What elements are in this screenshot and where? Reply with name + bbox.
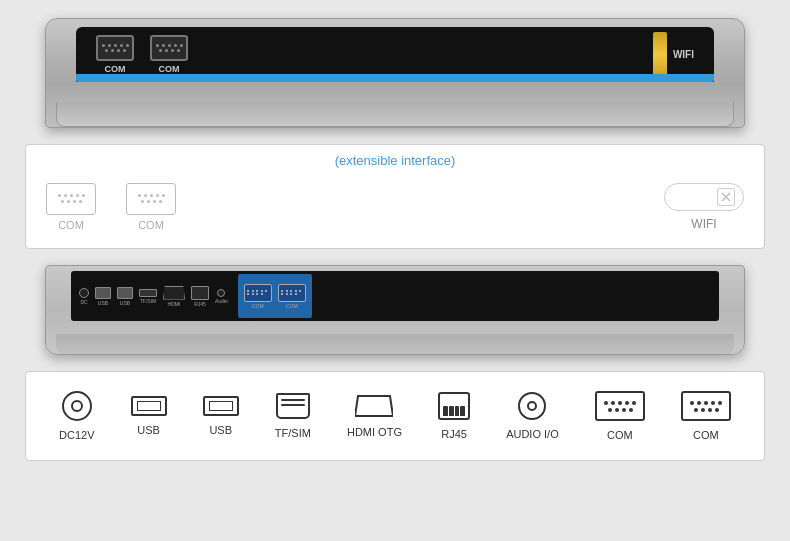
legend-usb1: USB (131, 396, 167, 436)
com1-bottom-group: COM (244, 284, 272, 309)
com-ports-area: COM (96, 35, 188, 74)
usb1-port-group: USB (95, 287, 111, 306)
legend-dc12v: DC12V (59, 391, 94, 441)
diagram-com1-label: COM (58, 219, 84, 231)
usb1-legend-icon (131, 396, 167, 416)
usb2-legend-label: USB (209, 424, 232, 436)
tf-sim-port-group: TF/SIM (139, 289, 157, 304)
tfsim-legend-icon (276, 393, 310, 419)
hdmi-port-icon (163, 286, 185, 300)
com-port-2-top: COM (150, 35, 188, 74)
com1-legend-icon (595, 391, 645, 421)
diagram-wifi: WIFI (664, 183, 744, 231)
usb2-port-group: USB (117, 287, 133, 306)
diagram-wifi-label: WIFI (691, 217, 716, 231)
audio-port-group: Audio (215, 289, 228, 304)
com1-db9-icon (244, 284, 272, 302)
diagram-com1: COM (46, 183, 96, 231)
legend-com2: COM (681, 391, 731, 441)
usb1-legend-label: USB (137, 424, 160, 436)
dc12v-legend-icon (62, 391, 92, 421)
bottom-port-panel: DC USB USB TF/SIM (71, 271, 719, 321)
top-black-panel: COM (76, 27, 714, 82)
interface-title: (extensible interface) (335, 153, 456, 168)
com2-db9-icon (278, 284, 306, 302)
hdmi-legend-icon (355, 394, 393, 418)
bottom-legend: DC12V USB USB TF/SIM (25, 371, 765, 461)
legend-hdmi: HDMI OTG (347, 394, 402, 438)
wifi-cross-icon (720, 191, 732, 203)
audio-legend-label: AUDIO I/O (506, 428, 559, 440)
interface-icons-row: COM (46, 183, 744, 231)
com2-top-label: COM (159, 64, 180, 74)
device-base-top (56, 102, 734, 127)
usb2-port-icon (117, 287, 133, 299)
blue-stripe-top (76, 74, 714, 82)
legend-audio: AUDIO I/O (506, 392, 559, 440)
rj45-legend-label: RJ45 (441, 428, 467, 440)
rj45-port-group: RJ45 (191, 286, 209, 307)
usb2-legend-icon (203, 396, 239, 416)
hdmi-port-group: HDMI (163, 286, 185, 307)
com1-legend-label: COM (607, 429, 633, 441)
main-container: COM (0, 0, 790, 541)
com-port-1-top: COM (96, 35, 134, 74)
legend-tfsim: TF/SIM (275, 393, 311, 439)
svg-marker-2 (355, 396, 393, 416)
tfsim-legend-label: TF/SIM (275, 427, 311, 439)
diagram-com2: COM (126, 183, 176, 231)
tf-sim-port-icon (139, 289, 157, 297)
legend-usb2: USB (203, 396, 239, 436)
wifi-top-label: WIFI (673, 49, 694, 60)
com1-top-label: COM (105, 64, 126, 74)
device-base-bottom (56, 334, 734, 354)
wifi-antenna: WIFI (653, 32, 694, 77)
device-top-view: COM (25, 8, 765, 138)
dc12v-legend-label: DC12V (59, 429, 94, 441)
device-body-top: COM (45, 18, 745, 128)
blue-com-section: COM (238, 274, 312, 318)
diagram-com2-label: COM (138, 219, 164, 231)
rj45-legend-icon (438, 392, 470, 420)
legend-rj45: RJ45 (438, 392, 470, 440)
interface-diagram: (extensible interface) (25, 144, 765, 249)
device-bottom-view: DC USB USB TF/SIM (25, 255, 765, 365)
audio-legend-icon (518, 392, 546, 420)
device-body-bottom: DC USB USB TF/SIM (45, 265, 745, 355)
com2-legend-icon (681, 391, 731, 421)
rj45-port-icon (191, 286, 209, 300)
audio-port-icon (217, 289, 225, 297)
legend-com1: COM (595, 391, 645, 441)
wifi-capsule-icon (664, 183, 744, 211)
dc-port-group: DC (79, 288, 89, 305)
usb1-port-icon (95, 287, 111, 299)
dc-port-icon (79, 288, 89, 298)
com2-diagram-icon (126, 183, 176, 215)
com2-legend-label: COM (693, 429, 719, 441)
com1-diagram-icon (46, 183, 96, 215)
hdmi-legend-label: HDMI OTG (347, 426, 402, 438)
com2-bottom-group: COM (278, 284, 306, 309)
